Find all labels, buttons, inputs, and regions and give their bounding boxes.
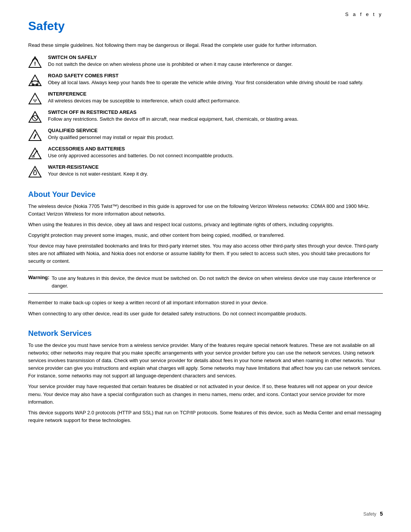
network-services-heading: Network Services bbox=[28, 329, 383, 338]
restricted-areas-text: SWITCH OFF IN RESTRICTED AREAS Follow an… bbox=[48, 109, 383, 123]
chapter-header: S a f e t y bbox=[345, 11, 383, 17]
footer-section: Safety bbox=[363, 511, 376, 517]
restricted-areas-heading: SWITCH OFF IN RESTRICTED AREAS bbox=[48, 109, 383, 115]
about-device-para-1: The wireless device (Nokia 7705 Twist™) … bbox=[28, 203, 383, 218]
accessories-batteries-desc: Use only approved accessories and batter… bbox=[48, 152, 383, 159]
interference-text: INTERFERENCE All wireless devices may be… bbox=[48, 91, 383, 104]
page-title: Safety bbox=[28, 19, 383, 33]
road-safety-icon bbox=[28, 73, 48, 87]
page: S a f e t y Safety Read these simple gui… bbox=[0, 0, 411, 532]
water-resistance-icon bbox=[28, 164, 48, 179]
network-services-para-3: This device supports WAP 2.0 protocols (… bbox=[28, 409, 383, 424]
accessories-batteries-heading: ACCESSORIES AND BATTERIES bbox=[48, 146, 383, 152]
post-warning-para-2: When connecting to any other device, rea… bbox=[28, 310, 383, 318]
restricted-areas-icon bbox=[28, 109, 48, 124]
list-item: ! SWITCH ON SAFELY Do not switch the dev… bbox=[28, 54, 383, 69]
interference-icon: Ψ bbox=[28, 91, 48, 105]
warning-label: Warning: bbox=[28, 275, 49, 280]
about-device-para-2: When using the features in this device, … bbox=[28, 221, 383, 228]
page-number: 5 bbox=[380, 511, 383, 517]
list-item: SWITCH OFF IN RESTRICTED AREAS Follow an… bbox=[28, 109, 383, 124]
qualified-service-icon bbox=[28, 128, 48, 142]
qualified-service-text: QUALIFIED SERVICE Only qualified personn… bbox=[48, 128, 383, 141]
footer: Safety 5 bbox=[363, 511, 383, 517]
switch-on-safely-heading: SWITCH ON SAFELY bbox=[48, 54, 383, 60]
about-device-heading: About Your Device bbox=[28, 190, 383, 199]
switch-on-safely-desc: Do not switch the device on when wireles… bbox=[48, 61, 383, 68]
warning-text: To use any features in this device, the … bbox=[52, 275, 383, 289]
network-services-para-2: Your service provider may have requested… bbox=[28, 383, 383, 406]
svg-marker-3 bbox=[29, 75, 41, 86]
warning-box: Warning: To use any features in this dev… bbox=[28, 270, 383, 294]
list-item: ROAD SAFETY COMES FIRST Obey all local l… bbox=[28, 73, 383, 87]
switch-on-safely-text: SWITCH ON SAFELY Do not switch the devic… bbox=[48, 54, 383, 68]
qualified-service-desc: Only qualified personnel may install or … bbox=[48, 134, 383, 141]
network-services-para-1: To use the device you must have service … bbox=[28, 342, 383, 380]
svg-text:Ψ: Ψ bbox=[33, 98, 37, 104]
road-safety-desc: Obey all local laws. Always keep your ha… bbox=[48, 79, 383, 86]
svg-line-11 bbox=[33, 116, 37, 120]
road-safety-heading: ROAD SAFETY COMES FIRST bbox=[48, 73, 383, 78]
accessories-batteries-text: ACCESSORIES AND BATTERIES Use only appro… bbox=[48, 146, 383, 159]
about-device-para-3: Copyright protection may prevent some im… bbox=[28, 232, 383, 239]
restricted-areas-desc: Follow any restrictions. Switch the devi… bbox=[48, 116, 383, 123]
intro-text: Read these simple guidelines. Not follow… bbox=[28, 42, 383, 49]
water-resistance-text: WATER-RESISTANCE Your device is not wate… bbox=[48, 164, 383, 177]
list-item: WATER-RESISTANCE Your device is not wate… bbox=[28, 164, 383, 179]
interference-desc: All wireless devices may be susceptible … bbox=[48, 97, 383, 104]
post-warning-para-1: Remember to make back-up copies or keep … bbox=[28, 299, 383, 307]
list-item: Ψ INTERFERENCE All wireless devices may … bbox=[28, 91, 383, 105]
interference-heading: INTERFERENCE bbox=[48, 91, 383, 97]
list-item: QUALIFIED SERVICE Only qualified personn… bbox=[28, 128, 383, 142]
road-safety-text: ROAD SAFETY COMES FIRST Obey all local l… bbox=[48, 73, 383, 86]
water-resistance-desc: Your device is not water-resistant. Keep… bbox=[48, 171, 383, 177]
svg-marker-15 bbox=[29, 166, 41, 177]
list-item: ACCESSORIES AND BATTERIES Use only appro… bbox=[28, 146, 383, 160]
safety-items-list: ! SWITCH ON SAFELY Do not switch the dev… bbox=[28, 54, 383, 179]
about-device-para-4: Your device may have preinstalled bookma… bbox=[28, 242, 383, 265]
accessories-batteries-icon bbox=[28, 146, 48, 160]
water-resistance-heading: WATER-RESISTANCE bbox=[48, 164, 383, 170]
switch-on-safely-icon: ! bbox=[28, 54, 48, 69]
qualified-service-heading: QUALIFIED SERVICE bbox=[48, 128, 383, 133]
svg-point-16 bbox=[34, 172, 35, 173]
